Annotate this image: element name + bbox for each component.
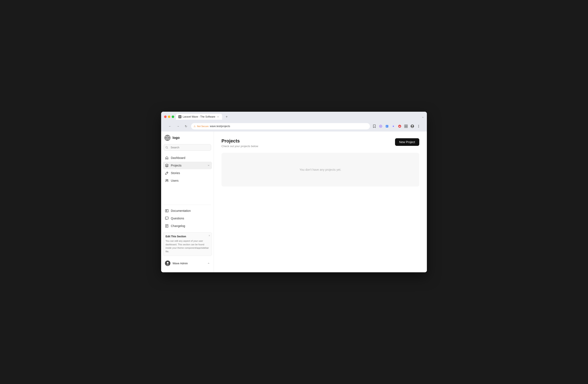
sidebar-item-changelog-label: Changelog bbox=[171, 224, 210, 228]
sidebar-search bbox=[164, 144, 211, 151]
svg-marker-27 bbox=[165, 164, 168, 166]
edit-section-close-btn[interactable]: × bbox=[209, 234, 210, 237]
sidebar-item-questions[interactable]: Questions bbox=[163, 215, 212, 222]
svg-rect-35 bbox=[165, 217, 168, 219]
svg-point-41 bbox=[167, 262, 168, 264]
nav-forward-button[interactable]: → bbox=[175, 123, 181, 129]
sidebar-logo[interactable]: logo bbox=[161, 135, 214, 144]
logo-text: logo bbox=[172, 136, 180, 140]
svg-marker-3 bbox=[373, 125, 376, 128]
svg-rect-12 bbox=[404, 126, 406, 128]
svg-text:M: M bbox=[399, 125, 400, 127]
app-content: logo bbox=[161, 132, 427, 272]
not-secure-label: Not Secure bbox=[197, 125, 209, 127]
user-name: Wave Admin bbox=[172, 262, 205, 265]
svg-text:F: F bbox=[386, 125, 388, 127]
sidebar-divider bbox=[164, 205, 211, 205]
page-title: Projects bbox=[221, 138, 258, 144]
traffic-light-maximize[interactable] bbox=[172, 116, 174, 118]
sidebar-item-users[interactable]: Users bbox=[163, 177, 212, 184]
svg-point-25 bbox=[166, 146, 168, 148]
svg-rect-11 bbox=[406, 125, 407, 126]
extension-icon-3[interactable] bbox=[391, 124, 396, 129]
pen-icon bbox=[165, 171, 169, 175]
projects-chevron-icon bbox=[207, 164, 210, 167]
svg-point-18 bbox=[419, 127, 419, 128]
page-header: Projects Check out your projects below N… bbox=[221, 138, 419, 148]
edit-section-title: Edit This Section bbox=[166, 235, 209, 238]
layers-icon bbox=[165, 163, 169, 167]
sidebar-item-projects[interactable]: Projects bbox=[163, 162, 212, 169]
sidebar: logo bbox=[161, 132, 214, 272]
home-icon bbox=[165, 156, 169, 160]
browser-window: Laravel Wave - The Software × + ⌄ ← → ↻ … bbox=[161, 112, 427, 272]
traffic-light-close[interactable] bbox=[164, 116, 167, 118]
search-icon bbox=[166, 146, 168, 149]
more-options-icon[interactable] bbox=[416, 124, 421, 129]
search-input[interactable] bbox=[164, 144, 211, 151]
browser-tab-active[interactable]: Laravel Wave - The Software × bbox=[176, 114, 222, 120]
sidebar-item-projects-label: Projects bbox=[171, 164, 205, 167]
extension-icon-4[interactable]: M bbox=[397, 124, 402, 129]
svg-rect-10 bbox=[404, 125, 406, 126]
message-square-icon bbox=[165, 217, 169, 220]
svg-point-17 bbox=[419, 126, 419, 127]
browser-tabs-row: Laravel Wave - The Software × + ⌄ bbox=[164, 114, 424, 120]
svg-rect-13 bbox=[406, 126, 407, 128]
svg-point-30 bbox=[167, 180, 168, 181]
tab-title: Laravel Wave - The Software bbox=[183, 115, 215, 118]
tab-close-btn[interactable]: × bbox=[217, 115, 220, 118]
tab-favicon bbox=[178, 115, 181, 118]
svg-line-26 bbox=[168, 148, 168, 149]
sidebar-item-documentation-label: Documentation bbox=[171, 209, 210, 212]
nav-refresh-button[interactable]: ↻ bbox=[183, 123, 189, 129]
page-subtitle: Check out your projects below bbox=[221, 144, 258, 148]
sidebar-item-dashboard-label: Dashboard bbox=[171, 156, 210, 160]
user-avatar bbox=[165, 261, 170, 266]
extension-icon-2[interactable]: F bbox=[385, 124, 389, 129]
new-project-button[interactable]: New Project bbox=[395, 138, 419, 146]
sidebar-nav: Dashboard Projects bbox=[161, 154, 214, 202]
sidebar-item-dashboard[interactable]: Dashboard bbox=[163, 154, 212, 162]
book-open-icon bbox=[165, 209, 169, 213]
new-tab-button[interactable]: + bbox=[224, 114, 230, 120]
profile-icon[interactable] bbox=[410, 124, 415, 129]
edit-section-text: You can edit any aspect of your user das… bbox=[166, 239, 209, 253]
sidebar-user[interactable]: Wave Admin bbox=[163, 258, 212, 268]
sidebar-item-users-label: Users bbox=[171, 179, 210, 182]
extension-icon-1[interactable] bbox=[378, 124, 383, 129]
users-icon bbox=[165, 179, 169, 182]
logo-icon bbox=[165, 135, 170, 141]
book-icon bbox=[165, 224, 169, 228]
traffic-light-minimize[interactable] bbox=[168, 116, 170, 118]
sidebar-item-changelog[interactable]: Changelog bbox=[163, 222, 212, 230]
empty-state: You don't have any projects yet. bbox=[221, 153, 419, 186]
main-content: Projects Check out your projects below N… bbox=[214, 132, 427, 272]
sidebar-item-stories-label: Stories bbox=[171, 171, 210, 175]
nav-back-button[interactable]: ← bbox=[167, 123, 173, 129]
svg-point-16 bbox=[419, 125, 419, 126]
sidebar-item-stories[interactable]: Stories bbox=[163, 169, 212, 177]
sidebar-bottom-nav: Documentation Questions bbox=[161, 207, 214, 230]
svg-point-29 bbox=[166, 179, 167, 181]
url-text: wave.test/projects bbox=[210, 125, 230, 128]
sidebar-item-documentation[interactable]: Documentation bbox=[163, 207, 212, 215]
empty-state-text: You don't have any projects yet. bbox=[299, 168, 341, 171]
user-chevron-icon bbox=[207, 262, 210, 264]
page-header-text: Projects Check out your projects below bbox=[221, 138, 258, 148]
sidebar-item-questions-label: Questions bbox=[171, 217, 210, 220]
toolbar-icons: F M bbox=[372, 124, 421, 129]
edit-section-card: × Edit This Section You can edit any asp… bbox=[163, 232, 212, 256]
tab-expand-button[interactable]: ⌄ bbox=[422, 115, 424, 118]
svg-point-15 bbox=[412, 125, 413, 126]
extensions-icon[interactable] bbox=[404, 124, 408, 129]
browser-titlebar: Laravel Wave - The Software × + ⌄ ← → ↻ … bbox=[161, 112, 427, 132]
browser-toolbar: ← → ↻ ⚠ Not Secure wave.test/projects bbox=[164, 121, 424, 132]
not-secure-icon: ⚠ bbox=[194, 125, 196, 128]
address-bar[interactable]: ⚠ Not Secure wave.test/projects bbox=[191, 123, 370, 129]
traffic-lights bbox=[164, 116, 174, 118]
bookmark-icon[interactable] bbox=[372, 124, 377, 129]
svg-line-28 bbox=[167, 172, 168, 173]
